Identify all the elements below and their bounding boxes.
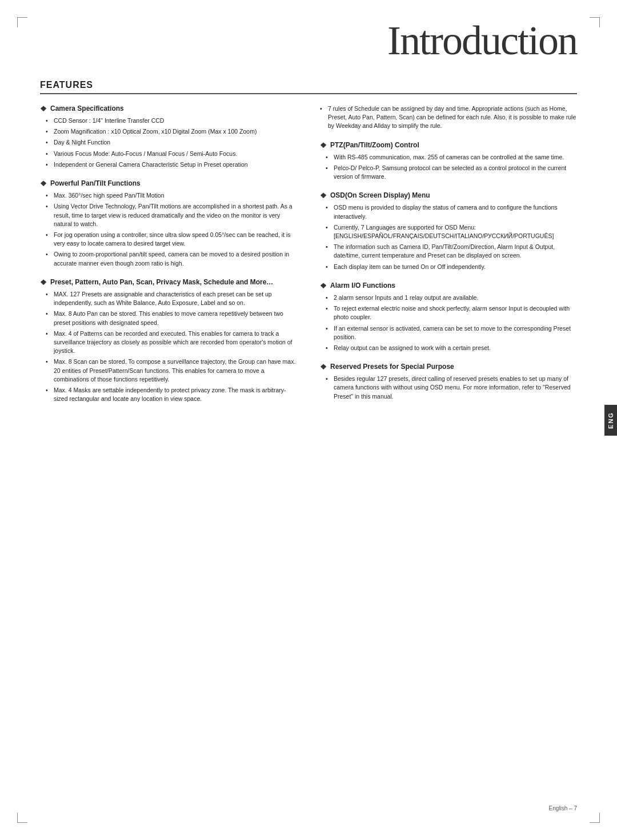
diamond-icon: ❖ bbox=[40, 105, 47, 113]
diamond-icon: ❖ bbox=[40, 278, 47, 287]
diamond-icon: ❖ bbox=[320, 191, 327, 200]
list-item: 2 alarm sensor Inputs and 1 relay output… bbox=[326, 294, 577, 302]
ptz-title: ❖ PTZ(Pan/Tilt/Zoom) Control bbox=[320, 141, 577, 150]
page: ENG Introduction FEATURES ❖ Camera Speci… bbox=[0, 0, 617, 840]
reserved-presets-list: Besides regular 127 presets, direct call… bbox=[320, 375, 577, 401]
ptz-list: With RS-485 communication, max. 255 of c… bbox=[320, 153, 577, 182]
subsection-camera-specs: ❖ Camera Specifications CCD Sensor : 1/4… bbox=[40, 105, 297, 169]
list-item: Max. 8 Auto Pan can be stored. This enab… bbox=[46, 310, 297, 327]
list-item: CCD Sensor : 1/4" Interline Transfer CCD bbox=[46, 116, 297, 125]
list-item: Max. 4 Masks are settable independently … bbox=[46, 386, 297, 403]
list-item: 7 rules of Schedule can be assigned by d… bbox=[320, 105, 577, 131]
list-item: To reject external electric noise and sh… bbox=[326, 304, 577, 321]
list-item: Independent or General Camera Characteri… bbox=[46, 160, 297, 169]
page-title: Introduction bbox=[387, 17, 577, 65]
list-item: Max. 360°/sec high speed Pan/Tilt Motion bbox=[46, 191, 297, 200]
camera-specs-list: CCD Sensor : 1/4" Interline Transfer CCD… bbox=[40, 116, 297, 169]
features-section: FEATURES ❖ Camera Specifications CCD Sen… bbox=[40, 80, 577, 413]
list-item: Max. 8 Scan can be stored. To compose a … bbox=[46, 357, 297, 384]
reserved-presets-title: ❖ Reserved Presets for Special Purpose bbox=[320, 363, 577, 371]
list-item: Each display item can be turned On or Of… bbox=[326, 263, 577, 271]
list-item: MAX. 127 Presets are assignable and char… bbox=[46, 290, 297, 307]
corner-mark-tr bbox=[590, 17, 600, 27]
list-item: Pelco-D/ Pelco-P, Samsung protocol can b… bbox=[326, 164, 577, 181]
diamond-icon: ❖ bbox=[320, 141, 327, 150]
diamond-icon: ❖ bbox=[320, 363, 327, 371]
preset-pattern-list: MAX. 127 Presets are assignable and char… bbox=[40, 290, 297, 404]
list-item: Owing to zoom-proportional pan/tilt spee… bbox=[46, 250, 297, 267]
alarm-title: ❖ Alarm I/O Functions bbox=[320, 282, 577, 290]
footer-text: English – 7 bbox=[549, 805, 577, 811]
corner-mark-br bbox=[590, 813, 600, 823]
list-item: If an external sensor is activated, came… bbox=[326, 324, 577, 341]
features-heading: FEATURES bbox=[40, 80, 577, 94]
list-item: With RS-485 communication, max. 255 of c… bbox=[326, 153, 577, 162]
osd-title: ❖ OSD(On Screen Display) Menu bbox=[320, 191, 577, 200]
right-column: 7 rules of Schedule can be assigned by d… bbox=[320, 105, 577, 413]
two-column-layout: ❖ Camera Specifications CCD Sensor : 1/4… bbox=[40, 105, 577, 413]
list-item: OSD menu is provided to display the stat… bbox=[326, 203, 577, 220]
pan-tilt-list: Max. 360°/sec high speed Pan/Tilt Motion… bbox=[40, 191, 297, 268]
list-item: Using Vector Drive Technology, Pan/Tilt … bbox=[46, 202, 297, 228]
corner-mark-bl bbox=[17, 813, 27, 823]
schedule-list: 7 rules of Schedule can be assigned by d… bbox=[320, 105, 577, 131]
list-item: Zoom Magnification : x10 Optical Zoom, x… bbox=[46, 127, 297, 136]
diamond-icon: ❖ bbox=[320, 282, 327, 290]
corner-mark-tl bbox=[17, 17, 27, 27]
list-item: Various Focus Mode: Auto-Focus / Manual … bbox=[46, 150, 297, 158]
preset-pattern-title: ❖ Preset, Pattern, Auto Pan, Scan, Priva… bbox=[40, 278, 297, 287]
subsection-reserved-presets: ❖ Reserved Presets for Special Purpose B… bbox=[320, 363, 577, 401]
pan-tilt-title: ❖ Powerful Pan/Tilt Functions bbox=[40, 179, 297, 188]
list-item: Besides regular 127 presets, direct call… bbox=[326, 375, 577, 401]
subsection-schedule: 7 rules of Schedule can be assigned by d… bbox=[320, 105, 577, 131]
list-item: Currently, 7 Languages are supported for… bbox=[326, 223, 577, 240]
list-item: Day & Night Function bbox=[46, 138, 297, 147]
eng-tab: ENG bbox=[604, 405, 617, 436]
subsection-pan-tilt: ❖ Powerful Pan/Tilt Functions Max. 360°/… bbox=[40, 179, 297, 268]
diamond-icon: ❖ bbox=[40, 179, 47, 188]
alarm-list: 2 alarm sensor Inputs and 1 relay output… bbox=[320, 294, 577, 352]
list-item: Relay output can be assigned to work wit… bbox=[326, 344, 577, 352]
osd-list: OSD menu is provided to display the stat… bbox=[320, 203, 577, 271]
list-item: For jog operation using a controller, si… bbox=[46, 231, 297, 248]
subsection-osd: ❖ OSD(On Screen Display) Menu OSD menu i… bbox=[320, 191, 577, 271]
list-item: The information such as Camera ID, Pan/T… bbox=[326, 243, 577, 260]
list-item: Max. 4 of Patterns can be recorded and e… bbox=[46, 329, 297, 356]
subsection-preset-pattern: ❖ Preset, Pattern, Auto Pan, Scan, Priva… bbox=[40, 278, 297, 404]
camera-specs-title: ❖ Camera Specifications bbox=[40, 105, 297, 113]
subsection-ptz: ❖ PTZ(Pan/Tilt/Zoom) Control With RS-485… bbox=[320, 141, 577, 182]
left-column: ❖ Camera Specifications CCD Sensor : 1/4… bbox=[40, 105, 297, 413]
subsection-alarm: ❖ Alarm I/O Functions 2 alarm sensor Inp… bbox=[320, 282, 577, 352]
